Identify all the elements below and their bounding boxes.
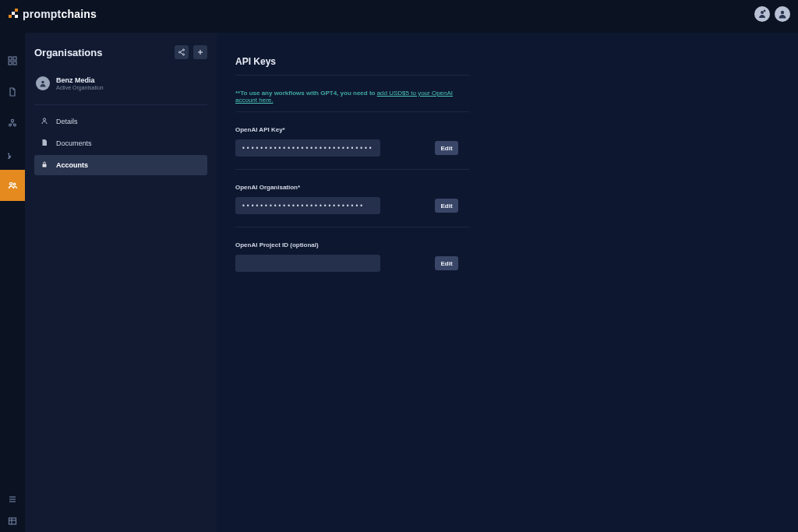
rail-list-view[interactable] [0,488,25,510]
svg-line-25 [180,51,182,52]
openai-project-input[interactable] [235,255,380,272]
nav-item-details[interactable]: Details [34,111,207,132]
side-panel: Organisations Benz Media Active Organis [25,33,217,532]
nav-label: Documents [56,139,92,147]
svg-rect-19 [9,518,16,524]
user-icon [41,117,48,126]
nav-item-documents[interactable]: Documents [34,133,207,153]
svg-point-14 [9,182,12,185]
divider [235,111,469,112]
svg-rect-0 [9,15,12,18]
svg-point-29 [41,81,44,84]
field-label: OpenAI API Key* [235,126,469,133]
rail-chat[interactable] [0,139,25,170]
edit-button[interactable]: Edit [435,141,458,155]
brand-name: promptchains [23,8,97,20]
add-button[interactable] [193,45,207,59]
divider [235,169,469,170]
field-openai-key: OpenAI API Key* Edit [235,126,469,157]
rail-team[interactable] [0,107,25,139]
svg-rect-9 [9,62,12,65]
svg-point-5 [764,10,766,12]
svg-point-6 [781,11,784,14]
svg-rect-2 [15,9,18,12]
notifications-avatar[interactable] [754,6,770,22]
brand-mark-icon [8,9,19,19]
field-openai-org: OpenAI Organisation* Edit [235,184,469,214]
svg-rect-8 [13,57,16,60]
svg-point-4 [761,11,764,14]
rail-documents[interactable] [0,76,25,107]
rail-grid-view[interactable] [0,510,25,532]
svg-point-15 [13,183,16,185]
svg-point-11 [11,119,13,122]
svg-point-30 [43,118,45,121]
page-title: API Keys [235,56,469,67]
divider [235,75,469,76]
brand-logo[interactable]: promptchains [8,8,97,20]
divider [34,104,207,105]
divider [235,227,469,227]
field-openai-project: OpenAI Project ID (optional) Edit [235,241,469,272]
openai-org-input[interactable] [235,197,380,214]
lock-icon [41,160,48,170]
field-label: OpenAI Project ID (optional) [235,241,469,248]
edit-button[interactable]: Edit [435,199,458,213]
nav-label: Details [56,118,78,125]
nav-label: Accounts [56,161,88,169]
org-name: Benz Media [56,76,104,84]
svg-rect-10 [13,62,16,65]
user-avatar[interactable] [775,6,790,22]
org-avatar-icon [36,76,50,90]
topbar: promptchains [0,0,798,28]
org-row[interactable]: Benz Media Active Organisation [34,72,207,101]
rail-dashboard[interactable] [0,45,25,76]
notice-text: **To use any workflows with GPT4, you ne… [235,90,469,104]
svg-rect-1 [12,12,15,15]
svg-line-26 [180,53,182,55]
nav-item-accounts[interactable]: Accounts [34,155,207,175]
svg-rect-7 [9,57,12,60]
svg-rect-3 [15,15,18,18]
share-button[interactable] [175,45,189,59]
edit-button[interactable]: Edit [435,256,458,270]
side-panel-title: Organisations [34,47,102,58]
org-subtitle: Active Organisation [56,85,104,90]
field-label: OpenAI Organisation* [235,184,469,191]
nav-rail [0,28,25,532]
openai-key-input[interactable] [235,139,380,157]
main-content: API Keys **To use any workflows with GPT… [217,33,798,532]
document-icon [41,139,48,148]
rail-organisations[interactable] [0,170,25,201]
svg-rect-31 [43,164,47,167]
side-nav: Details Documents Accounts [34,111,207,175]
